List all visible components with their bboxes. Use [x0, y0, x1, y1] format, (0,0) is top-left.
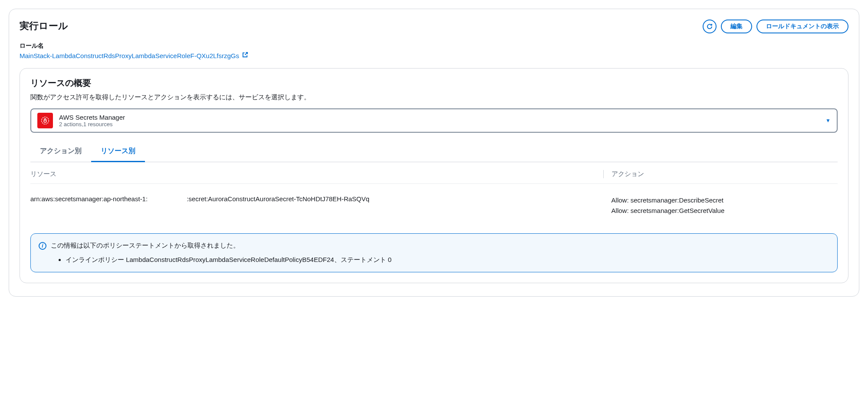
column-action: アクション — [604, 170, 838, 178]
table-row: arn:aws:secretsmanager:ap-northeast-1::s… — [30, 184, 838, 227]
view-role-document-button[interactable]: ロールドキュメントの表示 — [756, 20, 848, 33]
panel-title: 実行ロール — [20, 20, 68, 33]
resource-summary-title: リソースの概要 — [30, 77, 838, 89]
resource-arn: arn:aws:secretsmanager:ap-northeast-1::s… — [30, 195, 604, 203]
service-name: AWS Secrets Manager — [59, 114, 125, 121]
info-list: インラインポリシー LambdaConstructRdsProxyLambdaS… — [66, 256, 829, 264]
role-name-link[interactable]: MainStack-LambdaConstructRdsProxyLambdaS… — [20, 52, 248, 59]
info-list-item: インラインポリシー LambdaConstructRdsProxyLambdaS… — [66, 256, 829, 264]
edit-button[interactable]: 編集 — [721, 20, 752, 33]
resource-summary-description: 関数がアクセス許可を取得したリソースとアクションを表示するには、サービスを選択し… — [30, 93, 838, 101]
role-name-label: ロール名 — [20, 42, 848, 50]
resource-summary-panel: リソースの概要 関数がアクセス許可を取得したリソースとアクションを表示するには、… — [20, 68, 848, 283]
table-header: リソース アクション — [30, 162, 838, 184]
role-name-text: MainStack-LambdaConstructRdsProxyLambdaS… — [20, 52, 239, 59]
action-list: Allow: secretsmanager:DescribeSecret All… — [604, 195, 838, 216]
external-link-icon — [242, 52, 248, 59]
arn-prefix: arn:aws:secretsmanager:ap-northeast-1: — [30, 195, 148, 203]
dropdown-selected: AWS Secrets Manager 2 actions,1 resource… — [37, 113, 125, 128]
summary-tabs: アクション別 リソース別 — [30, 142, 838, 162]
tab-by-action[interactable]: アクション別 — [30, 142, 91, 162]
arn-suffix: :secret:AuroraConstructAuroraSecret-TcNo… — [187, 195, 369, 203]
refresh-icon — [706, 23, 713, 30]
service-meta: 2 actions,1 resources — [59, 121, 125, 127]
action-item: Allow: secretsmanager:DescribeSecret — [612, 195, 838, 206]
column-resource: リソース — [30, 170, 604, 178]
refresh-button[interactable] — [703, 20, 717, 33]
service-select-dropdown[interactable]: AWS Secrets Manager 2 actions,1 resource… — [30, 108, 838, 133]
info-icon: i — [39, 242, 46, 250]
header-actions: 編集 ロールドキュメントの表示 — [703, 20, 848, 33]
svg-point-0 — [42, 117, 49, 124]
execution-role-panel: 実行ロール 編集 ロールドキュメントの表示 ロール名 MainStack-Lam… — [9, 9, 859, 297]
action-item: Allow: secretsmanager:GetSecretValue — [612, 206, 838, 216]
tab-by-resource[interactable]: リソース別 — [91, 142, 145, 162]
info-heading: この情報は以下のポリシーステートメントから取得されました。 — [51, 242, 240, 250]
policy-source-info: i この情報は以下のポリシーステートメントから取得されました。 インラインポリシ… — [30, 233, 838, 272]
svg-rect-1 — [44, 120, 46, 122]
secrets-manager-icon — [37, 113, 53, 128]
chevron-down-icon: ▼ — [825, 118, 831, 124]
info-heading-row: i この情報は以下のポリシーステートメントから取得されました。 — [39, 242, 829, 250]
panel-header: 実行ロール 編集 ロールドキュメントの表示 — [20, 20, 848, 33]
